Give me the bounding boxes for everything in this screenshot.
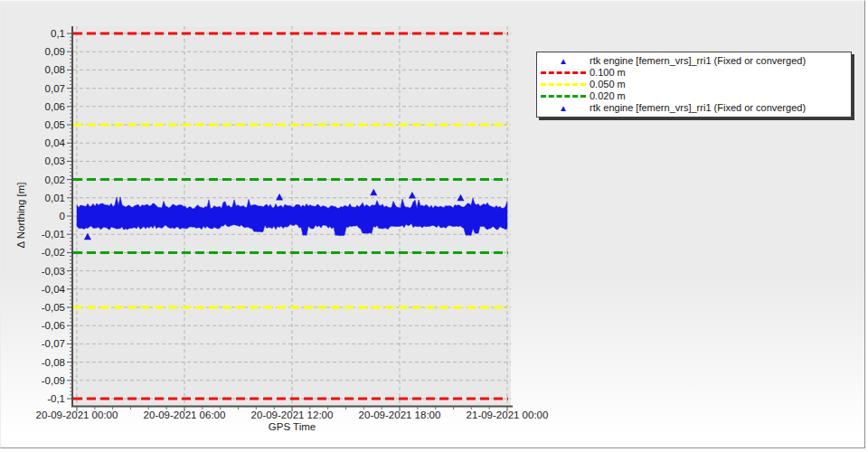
- y-tick-label: 0,08: [45, 64, 65, 75]
- y-tick-label: -0,1: [47, 393, 65, 404]
- x-tick-label: 21-09-2021 00:00: [467, 410, 549, 420]
- x-tick-label: 20-09-2021 06:00: [144, 410, 226, 420]
- y-tick-label: 0,07: [45, 83, 65, 94]
- y-tick-label: 0,05: [45, 119, 65, 130]
- dashed-line-icon: [537, 71, 590, 74]
- triangle-marker-icon: ▲: [537, 104, 590, 113]
- y-tick-label: -0,03: [42, 266, 65, 277]
- dashed-line-icon: [541, 83, 586, 86]
- x-tick-label: 20-09-2021 00:00: [36, 410, 118, 420]
- y-tick-label: 0: [60, 211, 65, 221]
- y-tick-label: -0,05: [42, 302, 65, 313]
- y-tick-label: 0,03: [45, 155, 65, 166]
- legend-item: 0.100 m: [537, 67, 851, 79]
- dashed-line-icon: [537, 83, 590, 86]
- y-tick-label: -0,06: [42, 320, 65, 331]
- y-tick-label: -0,08: [42, 357, 65, 368]
- y-tick-label: 0,02: [45, 174, 65, 185]
- y-tick-label: 0,09: [45, 46, 65, 57]
- y-tick-label: 0,04: [45, 137, 66, 148]
- y-tick-label: -0,07: [42, 338, 65, 349]
- legend-item-label: 0.100 m: [590, 67, 626, 79]
- triangle-marker-icon: ▲: [559, 57, 568, 66]
- dashed-line-icon: [541, 95, 586, 98]
- chart-panel: 0,10,090,080,070,060,050,040,030,020,010…: [0, 0, 865, 448]
- y-axis-title: Δ Northing [m]: [15, 161, 26, 269]
- legend-item: ▲rtk engine [femern_vrs]_rri1 (Fixed or …: [537, 102, 851, 114]
- legend-item-label: rtk engine [femern_vrs]_rri1 (Fixed or c…: [590, 102, 806, 114]
- legend-item: 0.020 m: [537, 90, 851, 102]
- legend-item: 0.050 m: [537, 79, 851, 90]
- y-ticks: [67, 33, 72, 399]
- y-tick-label: -0,04: [42, 284, 66, 295]
- y-tick-label: 0,06: [45, 101, 65, 112]
- legend-item-label: 0.020 m: [590, 90, 626, 102]
- legend-item: ▲rtk engine [femern_vrs]_rri1 (Fixed or …: [537, 55, 851, 67]
- y-tick-label: 0,1: [51, 28, 65, 39]
- legend: ▲rtk engine [femern_vrs]_rri1 (Fixed or …: [536, 52, 852, 118]
- legend-item-label: 0.050 m: [590, 79, 626, 90]
- x-axis-title: GPS Time: [238, 421, 346, 432]
- x-tick-labels: 20-09-2021 00:0020-09-2021 06:0020-09-20…: [36, 410, 549, 420]
- y-tick-labels: 0,10,090,080,070,060,050,040,030,020,010…: [42, 28, 66, 404]
- x-tick-label: 20-09-2021 18:00: [359, 410, 441, 420]
- y-tick-label: -0,09: [42, 375, 65, 386]
- y-tick-label: 0,01: [45, 193, 65, 203]
- legend-item-label: rtk engine [femern_vrs]_rri1 (Fixed or c…: [590, 55, 806, 67]
- dashed-line-icon: [537, 95, 590, 98]
- y-tick-label: -0,01: [42, 229, 65, 240]
- triangle-marker-icon: ▲: [559, 104, 568, 113]
- dashed-line-icon: [541, 71, 586, 74]
- triangle-marker-icon: ▲: [537, 57, 590, 66]
- y-tick-label: -0,02: [42, 247, 65, 258]
- x-tick-label: 20-09-2021 12:00: [251, 410, 334, 420]
